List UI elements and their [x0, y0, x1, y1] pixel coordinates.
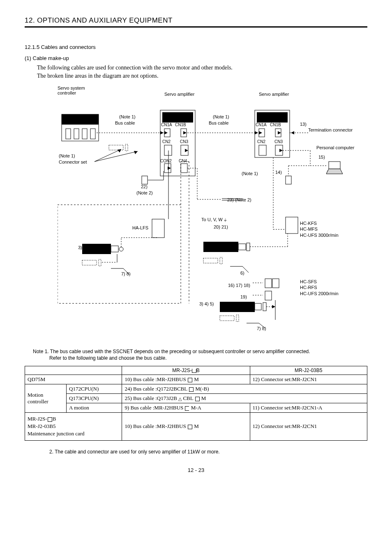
svg-rect-63: [152, 219, 164, 238]
note-1-line-2: Refer to the following table and choose …: [49, 355, 367, 361]
label-ref22: 22): [141, 184, 148, 189]
label-ref6: 6): [240, 271, 244, 275]
label-note1-a: (Note 1): [119, 114, 136, 119]
svg-point-67: [119, 247, 123, 251]
svg-rect-3: [82, 129, 87, 139]
chapter-title: 12. OPTIONS AND AUXILIARY EQUIPMENT: [25, 16, 367, 28]
svg-marker-43: [255, 131, 258, 134]
svg-marker-26: [279, 149, 283, 152]
row-motion-controller: Motion controller: [25, 384, 67, 413]
header-mrj2s: MR-J2S-B: [122, 366, 250, 375]
svg-marker-49: [134, 151, 138, 154]
subsection-title: (1) Cable make-up: [25, 55, 367, 61]
svg-rect-45: [125, 144, 128, 151]
svg-rect-7: [162, 112, 193, 123]
label-ref13: 13): [300, 122, 307, 127]
label-servo-amplifier-1: Servo amplifier: [164, 92, 194, 97]
svg-rect-4: [90, 129, 95, 139]
label-cn2-2: CN2: [257, 139, 265, 144]
svg-line-46: [95, 149, 121, 162]
label-ha-lfs: HA-LFS: [132, 225, 148, 230]
header-mrj203b5: MR-J2-03B5: [250, 366, 367, 375]
label-cn1b-2: CN1B: [270, 123, 281, 127]
label-ref345-a: 3) 4) 5): [78, 245, 92, 250]
svg-rect-58: [58, 205, 181, 303]
label-hc-group1: HC-KFS HC-MFS HC-UFS 3000r/min: [300, 220, 339, 238]
svg-marker-11: [183, 131, 187, 134]
svg-rect-93: [220, 316, 234, 321]
label-hc-group2: HC-SFS HC-RFS HC-UFS 2000r/min: [300, 279, 339, 296]
row-bottom-labels: MR-J2S-B MR-J2-03B5 Maintenance junction…: [25, 413, 122, 441]
cell-q173: Q173CPU(N): [67, 394, 122, 403]
svg-marker-22: [259, 131, 262, 134]
label-con2: CON2: [160, 159, 172, 163]
label-to-uvw: To U, V, W ⏚: [201, 217, 227, 222]
svg-rect-85: [272, 279, 279, 288]
label-note1-c: (Note 1): [59, 153, 75, 158]
page-number: 12 - 23: [25, 467, 367, 473]
svg-rect-88: [255, 303, 261, 310]
svg-rect-86: [265, 291, 272, 300]
label-cn1a-1: CN1A: [161, 123, 172, 127]
label-termination-connector: Termination connector: [308, 127, 353, 132]
svg-rect-70: [82, 260, 97, 265]
cell-amotion-connector: 11) Connector set:MR-J2CN1-A: [250, 403, 367, 413]
row-qd75m: QD75M: [25, 375, 122, 384]
label-ref20-21: 20) 21): [214, 224, 228, 229]
label-ref78-b: 7) 8): [257, 326, 266, 331]
svg-line-48: [95, 151, 138, 162]
cell-amotion: A motion: [67, 403, 122, 413]
svg-rect-71: [99, 259, 101, 266]
label-note1-b: (Note 1): [213, 114, 229, 119]
svg-marker-14: [185, 149, 188, 152]
label-cn3-1: CN3: [180, 139, 188, 144]
label-note1-d: (Note 1): [242, 171, 258, 176]
label-bus-cable-b: Bus cable: [209, 120, 228, 125]
svg-rect-78: [238, 244, 246, 250]
svg-rect-0: [62, 114, 99, 125]
svg-rect-77: [203, 242, 238, 252]
svg-marker-28: [291, 131, 294, 134]
bus-cable-table: MR-J2S-B MR-J2-03B5 QD75M 10) Bus cable …: [25, 366, 367, 441]
svg-rect-34: [286, 176, 291, 184]
label-connector-set: Connector set: [59, 160, 87, 164]
label-cn4: CN4: [179, 159, 187, 163]
svg-marker-41: [160, 131, 164, 134]
label-servo-amplifier-2: Servo amplifier: [259, 92, 289, 97]
svg-rect-16: [181, 164, 187, 173]
cell-q172-buscable: 24) Bus cable :Q172J2BCBL M(-B): [122, 384, 367, 394]
svg-rect-19: [257, 112, 288, 123]
label-ref23-note2: 23) (Note 2): [227, 197, 251, 202]
label-ref1-2: 1) 2): [211, 245, 220, 250]
cell-bottom-connector: 12) Connector set:MR-J2CN1: [250, 413, 367, 441]
label-ref14: 14): [275, 170, 282, 175]
svg-marker-92: [272, 305, 275, 308]
svg-rect-94: [236, 315, 239, 321]
label-cn1b-1: CN1B: [175, 123, 186, 127]
svg-rect-84: [265, 279, 272, 288]
svg-rect-24: [259, 145, 266, 155]
label-cn3-2: CN3: [274, 139, 283, 144]
label-servo-system-controller: Servo system controller: [58, 86, 85, 95]
note-2: 2. The cable and connector are used for …: [49, 449, 367, 455]
svg-rect-89: [263, 303, 266, 311]
label-ref19: 19): [240, 294, 247, 299]
label-personal-computer: Personal computer: [316, 145, 354, 150]
cell-qd75m-buscable: 10) Bus cable :MR-J2HBUS M: [122, 375, 250, 384]
svg-rect-66: [111, 246, 118, 252]
svg-marker-23: [278, 131, 281, 134]
label-ref16-17-18: 16) 17) 18): [228, 283, 250, 288]
cell-amotion-buscable: 9) Bus cable :MR-J2HBUS M-A: [122, 403, 250, 413]
cell-q173-buscable: 25) Bus cable :Q173J2B △ CBL M: [122, 394, 367, 403]
svg-rect-82: [203, 258, 218, 263]
wiring-diagram: Servo system controller Servo amplifier …: [37, 86, 367, 340]
cell-qd75m-connector: 12) Connector set:MR-J2CN1: [250, 375, 367, 384]
svg-rect-29: [329, 162, 340, 169]
label-cn1a-2: CN1A: [256, 123, 267, 127]
svg-rect-87: [220, 302, 255, 312]
svg-marker-17: [168, 166, 171, 170]
label-note2-a: (Note 2): [136, 190, 153, 195]
cell-q172: Q172CPU(N): [67, 384, 122, 394]
section-title: 12.1.5 Cables and connectors: [25, 44, 367, 50]
label-ref78-a: 7) 8): [121, 271, 131, 276]
